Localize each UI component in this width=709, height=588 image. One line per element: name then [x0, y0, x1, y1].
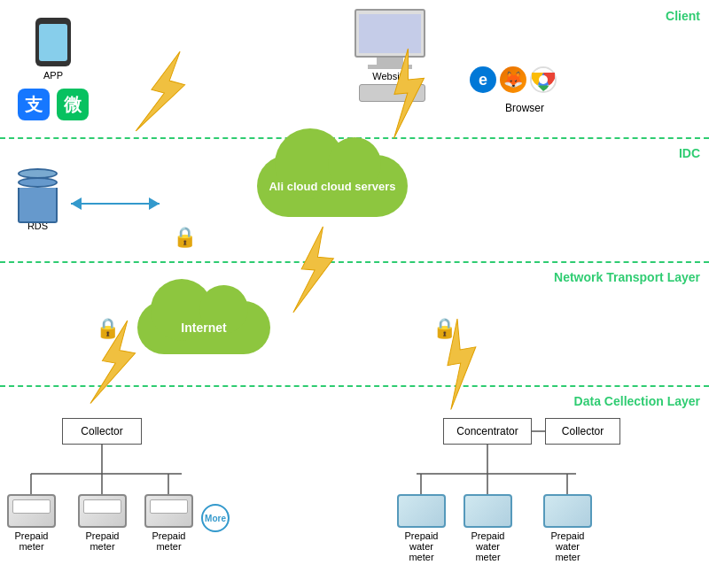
internet-cloud: Internet	[137, 301, 270, 354]
prepaid-water-meter-3: Prepaidwatermeter	[543, 494, 592, 562]
data-collection-layer-label: Data Cellection Layer	[574, 394, 700, 408]
client-layer-label: Client	[666, 9, 700, 23]
firefox-icon: 🦊	[500, 66, 526, 93]
meter-device-3	[144, 494, 193, 528]
payment-icons: 支 微	[18, 89, 89, 120]
prepaid-water-meter-1: Prepaidwatermeter	[397, 494, 446, 562]
app-device: APP	[35, 18, 71, 81]
idc-layer-label: IDC	[679, 146, 700, 160]
water-meter-device-2	[464, 494, 512, 528]
meter-device-2	[78, 494, 127, 528]
lightning-2	[378, 47, 439, 143]
more-btn-circle[interactable]: More	[201, 504, 230, 532]
prepaid-meter-3: Prepaidmeter	[144, 494, 193, 552]
browser-label: Browser	[505, 102, 544, 114]
ali-cloud-label: Ali cloud cloud servers	[269, 180, 395, 193]
more-label: More	[205, 514, 226, 523]
phone-icon	[35, 18, 71, 66]
water-meter-2-label: Prepaidwatermeter	[471, 530, 505, 562]
phone-screen	[39, 24, 67, 61]
water-meter-3-label: Prepaidwatermeter	[551, 530, 585, 562]
more-button[interactable]: More	[201, 504, 230, 532]
meter-2-label: Prepaidmeter	[86, 530, 120, 552]
ie-icon: e	[470, 66, 496, 93]
internet-label: Internet	[181, 321, 226, 335]
collector-left-label: Collector	[81, 425, 122, 437]
alipay-icon: 支	[18, 89, 50, 120]
idc-divider	[0, 261, 709, 263]
water-meter-device-1	[397, 494, 446, 528]
collector-right-label: Collector	[562, 425, 604, 437]
network-layer-label: Network Transport Layer	[554, 270, 700, 284]
lock-network-right: 🔒	[432, 317, 456, 340]
concentrator-box: Concentrator	[443, 418, 532, 445]
meter-3-label: Prepaidmeter	[152, 530, 186, 552]
db-body	[18, 188, 58, 223]
prepaid-water-meter-2: Prepaidwatermeter	[464, 494, 512, 562]
wechat-icon: 微	[57, 89, 89, 120]
svg-marker-4	[386, 47, 430, 138]
ali-cloud: Ali cloud cloud servers	[257, 155, 408, 217]
meter-device-1	[7, 494, 56, 528]
lock-network-left: 🔒	[96, 317, 120, 340]
svg-point-2	[539, 75, 548, 84]
prepaid-meter-1: Prepaidmeter	[7, 494, 56, 552]
lightning-3	[284, 224, 346, 320]
collector-right-box: Collector	[545, 418, 620, 445]
lock-idc: 🔒	[173, 226, 197, 249]
prepaid-meter-2: Prepaidmeter	[78, 494, 127, 552]
db-mid	[18, 177, 58, 188]
collector-left-box: Collector	[62, 418, 142, 445]
water-meter-1-label: Prepaidwatermeter	[405, 530, 439, 562]
rds-device: RDS	[18, 168, 58, 231]
chrome-icon	[530, 66, 557, 93]
app-label: APP	[43, 70, 63, 81]
db-icon	[18, 168, 58, 217]
svg-marker-3	[136, 46, 193, 141]
browser-icons-group: e 🦊	[470, 66, 557, 93]
meter-1-label: Prepaidmeter	[15, 530, 49, 552]
rds-cloud-arrow	[71, 195, 160, 213]
concentrator-label: Concentrator	[456, 425, 518, 437]
monitor-screen	[359, 14, 421, 53]
water-meter-device-3	[543, 494, 592, 528]
svg-marker-5	[293, 224, 337, 315]
lightning-1	[127, 43, 202, 145]
